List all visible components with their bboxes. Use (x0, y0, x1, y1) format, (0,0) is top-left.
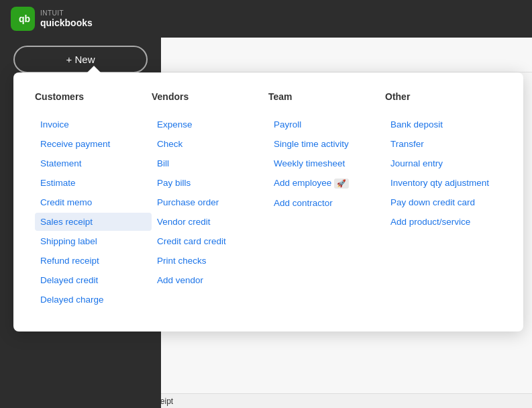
list-item: Shipping label (35, 232, 152, 250)
list-item: Statement (35, 154, 152, 172)
intuit-label: INTUIT (40, 9, 93, 17)
menu-item-credit-card-credit[interactable]: Credit card credit (152, 232, 268, 250)
dropdown-col-customers: CustomersInvoiceReceive paymentStatement… (35, 91, 152, 310)
list-item: Estimate (35, 174, 152, 192)
menu-item-bill[interactable]: Bill (152, 154, 268, 172)
list-item: Inventory qty adjustment (385, 174, 502, 192)
list-item: Delayed credit (35, 271, 152, 289)
list-item: Credit card credit (152, 232, 268, 250)
menu-item-delayed-charge[interactable]: Delayed charge (35, 291, 152, 309)
list-item: Payroll (268, 115, 385, 134)
menu-item-pay-down-credit-card[interactable]: Pay down credit card (385, 193, 502, 211)
menu-item-sales-receipt[interactable]: Sales receipt (35, 213, 152, 231)
col-items-customers: InvoiceReceive paymentStatementEstimateC… (35, 115, 152, 309)
dropdown-arrow (87, 66, 101, 72)
list-item: Sales receipt (35, 213, 152, 231)
list-item: Add vendor (152, 271, 268, 289)
top-navbar: qb INTUIT quickbooks (0, 0, 532, 38)
list-item: Delayed charge (35, 291, 152, 309)
list-item: Add product/service (385, 213, 502, 231)
menu-item-add-employee[interactable]: Add employee🚀 (268, 174, 385, 193)
quickbooks-label: quickbooks (40, 17, 93, 29)
dropdown-col-other: OtherBank depositTransferJournal entryIn… (385, 91, 502, 310)
col-header-team: Team (268, 91, 385, 105)
menu-item-delayed-credit[interactable]: Delayed credit (35, 271, 152, 289)
menu-item-add-vendor[interactable]: Add vendor (152, 271, 268, 289)
menu-item-statement[interactable]: Statement (35, 154, 152, 172)
list-item: Single time activity (268, 135, 385, 153)
menu-item-add-contractor[interactable]: Add contractor (268, 194, 385, 212)
col-header-other: Other (385, 91, 502, 105)
menu-item-vendor-credit[interactable]: Vendor credit (152, 213, 268, 231)
quickbooks-logo: qb INTUIT quickbooks (11, 7, 93, 31)
list-item: Pay down credit card (385, 193, 502, 211)
menu-item-weekly-timesheet[interactable]: Weekly timesheet (268, 154, 385, 172)
menu-item-journal-entry[interactable]: Journal entry (385, 154, 502, 172)
list-item: Transfer (385, 135, 502, 153)
new-button[interactable]: New (13, 46, 148, 73)
list-item: Add contractor (268, 194, 385, 212)
menu-item-credit-memo[interactable]: Credit memo (35, 193, 152, 211)
menu-item-check[interactable]: Check (152, 135, 268, 153)
list-item: Refund receipt (35, 252, 152, 270)
col-items-team: PayrollSingle time activityWeekly timesh… (268, 115, 385, 212)
list-item: Invoice (35, 115, 152, 134)
list-item: Receive payment (35, 135, 152, 153)
menu-item-add-product/service[interactable]: Add product/service (385, 213, 502, 231)
menu-item-payroll[interactable]: Payroll (268, 115, 385, 134)
menu-item-receive-payment[interactable]: Receive payment (35, 135, 152, 153)
menu-item-invoice[interactable]: Invoice (35, 115, 152, 134)
list-item: Vendor credit (152, 213, 268, 231)
list-item: Add employee🚀 (268, 174, 385, 193)
menu-item-print-checks[interactable]: Print checks (152, 252, 268, 270)
menu-item-purchase-order[interactable]: Purchase order (152, 193, 268, 211)
item-badge: 🚀 (334, 178, 349, 189)
list-item: Weekly timesheet (268, 154, 385, 172)
menu-item-bank-deposit[interactable]: Bank deposit (385, 115, 502, 134)
col-header-vendors: Vendors (152, 91, 268, 105)
dropdown-col-vendors: VendorsExpenseCheckBillPay billsPurchase… (152, 91, 268, 310)
dropdown-columns: CustomersInvoiceReceive paymentStatement… (35, 91, 502, 310)
menu-item-single-time-activity[interactable]: Single time activity (268, 135, 385, 153)
menu-item-transfer[interactable]: Transfer (385, 135, 502, 153)
col-items-other: Bank depositTransferJournal entryInvento… (385, 115, 502, 231)
list-item: Purchase order (152, 193, 268, 211)
qb-logo-text: INTUIT quickbooks (40, 9, 93, 29)
menu-item-inventory-qty-adjustment[interactable]: Inventory qty adjustment (385, 174, 502, 192)
list-item: Check (152, 135, 268, 153)
menu-item-estimate[interactable]: Estimate (35, 174, 152, 192)
list-item: Expense (152, 115, 268, 134)
new-dropdown-panel: CustomersInvoiceReceive paymentStatement… (13, 72, 523, 332)
menu-item-shipping-label[interactable]: Shipping label (35, 232, 152, 250)
list-item: Journal entry (385, 154, 502, 172)
svg-text:qb: qb (19, 13, 30, 24)
list-item: Print checks (152, 252, 268, 270)
col-header-customers: Customers (35, 91, 152, 105)
list-item: Bill (152, 154, 268, 172)
menu-item-expense[interactable]: Expense (152, 115, 268, 134)
list-item: Bank deposit (385, 115, 502, 134)
dropdown-col-team: TeamPayrollSingle time activityWeekly ti… (268, 91, 385, 310)
menu-item-refund-receipt[interactable]: Refund receipt (35, 252, 152, 270)
list-item: Credit memo (35, 193, 152, 211)
menu-item-pay-bills[interactable]: Pay bills (152, 174, 268, 192)
col-items-vendors: ExpenseCheckBillPay billsPurchase orderV… (152, 115, 268, 289)
list-item: Pay bills (152, 174, 268, 192)
qb-logo-icon: qb (11, 7, 35, 31)
